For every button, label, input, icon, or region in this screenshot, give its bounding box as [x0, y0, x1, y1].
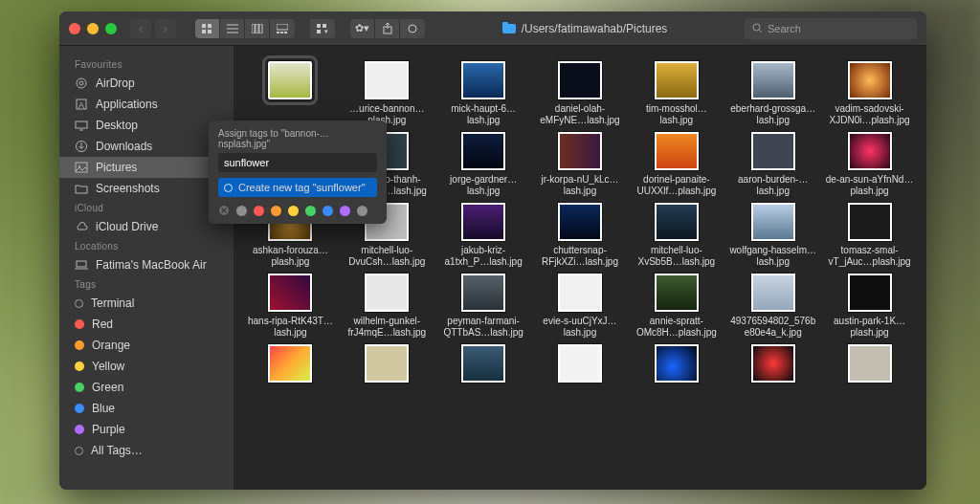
svg-rect-33: [77, 261, 86, 267]
sidebar-item-label: Purple: [92, 423, 125, 436]
tag-color-swatch[interactable]: [254, 206, 264, 216]
search-field[interactable]: Search: [745, 18, 917, 39]
sidebar-item[interactable]: Yellow: [59, 356, 234, 377]
sidebar-item[interactable]: AApplications: [59, 94, 234, 115]
file-item[interactable]: eberhard-grossga…lash.jpg: [725, 61, 820, 126]
tag-color-swatch[interactable]: [288, 206, 299, 216]
file-item[interactable]: mick-haupt-6…lash.jpg: [436, 61, 531, 126]
view-gallery-button[interactable]: [270, 19, 295, 38]
sidebar-item[interactable]: Fatima's MacBook Air: [59, 254, 234, 275]
file-item[interactable]: tim-mosshol…lash.jpg: [629, 61, 724, 126]
file-item[interactable]: tomasz-smal-vT_jAuc…plash.jpg: [822, 203, 917, 268]
file-item[interactable]: daniel-olah-eMFyNE…lash.jpg: [533, 61, 628, 126]
file-item[interactable]: peyman-farmani-QTTbAS…lash.jpg: [436, 274, 531, 339]
maximize-button[interactable]: [105, 23, 117, 34]
view-icons-button[interactable]: [195, 19, 220, 38]
thumbnail: [848, 132, 892, 170]
tag-color-swatch[interactable]: [305, 206, 316, 216]
file-item[interactable]: [629, 344, 724, 386]
tag-input[interactable]: [218, 153, 377, 172]
clear-tag-icon[interactable]: [218, 205, 230, 216]
sidebar-item-label: All Tags…: [91, 444, 143, 457]
file-item[interactable]: vadim-sadovski-XJDN0i…plash.jpg: [822, 61, 917, 126]
thumbnail: [751, 61, 795, 99]
tag-color-row: [218, 205, 377, 216]
file-item[interactable]: annie-spratt-OMc8H…plash.jpg: [629, 274, 724, 339]
tag-color-swatch[interactable]: [271, 206, 281, 216]
action-menu-button[interactable]: ✿▾: [350, 19, 375, 38]
sidebar-item[interactable]: Green: [59, 377, 234, 398]
file-item[interactable]: [533, 344, 628, 386]
file-item[interactable]: dorinel-panaite-UUXXlf…plash.jpg: [629, 132, 724, 197]
minimize-button[interactable]: [87, 23, 99, 34]
svg-rect-10: [277, 24, 288, 30]
file-item[interactable]: [340, 344, 434, 386]
tag-color-swatch[interactable]: [236, 206, 247, 216]
titlebar: ‹ › ▾ ✿▾ /Users/fatimawahab/Pictures Sea…: [59, 11, 926, 46]
file-name: mick-haupt-6…lash.jpg: [439, 103, 527, 126]
svg-rect-16: [317, 30, 321, 33]
view-columns-button[interactable]: [245, 19, 270, 38]
file-item[interactable]: evie-s-uuCjYxJ…lash.jpg: [533, 274, 628, 339]
file-item[interactable]: jakub-kriz-a1txh_P…lash.jpg: [436, 203, 531, 268]
file-name: tim-mosshol…lash.jpg: [633, 103, 721, 126]
file-item[interactable]: wolfgang-hasselm…lash.jpg: [725, 203, 820, 268]
file-name: ashkan-forouza…plash.jpg: [246, 245, 334, 268]
svg-rect-13: [284, 32, 287, 33]
file-item[interactable]: hans-ripa-RtK43T…lash.jpg: [243, 274, 338, 339]
file-grid[interactable]: …urice-bannon…plash.jpgmick-haupt-6…lash…: [234, 46, 926, 490]
view-list-button[interactable]: [220, 19, 245, 38]
nav-forward-button[interactable]: ›: [155, 19, 176, 38]
tag-dot-icon: [75, 319, 84, 329]
svg-rect-3: [208, 30, 212, 33]
share-button[interactable]: [375, 19, 400, 38]
sidebar-item-label: iCloud Drive: [96, 220, 158, 233]
arrange-button[interactable]: ▾: [310, 19, 335, 38]
file-item[interactable]: …urice-bannon…plash.jpg: [340, 61, 434, 126]
sidebar-item[interactable]: Red: [59, 314, 234, 335]
sidebar-item[interactable]: AirDrop: [59, 73, 234, 94]
sidebar-item[interactable]: Terminal: [59, 293, 234, 314]
file-item[interactable]: [436, 344, 531, 386]
file-name: jorge-gardner…lash.jpg: [439, 174, 527, 197]
tags-popover: Assign tags to "bannon-…nsplash.jpg" Cre…: [209, 121, 387, 224]
tag-dot-icon: [75, 447, 83, 455]
file-item[interactable]: jorge-gardner…lash.jpg: [436, 132, 531, 197]
close-button[interactable]: [69, 23, 80, 34]
file-item[interactable]: [725, 344, 820, 386]
sidebar-item[interactable]: Purple: [59, 419, 234, 440]
tag-color-swatch[interactable]: [340, 206, 350, 216]
file-item[interactable]: austin-park-1K…plash.jpg: [822, 274, 917, 339]
sidebar-item[interactable]: iCloud Drive: [59, 216, 234, 237]
tag-color-swatch[interactable]: [323, 206, 333, 216]
create-tag-row[interactable]: Create new tag "sunflower": [218, 178, 377, 197]
sidebar-item-label: Screenshots: [96, 182, 160, 195]
tags-button[interactable]: [400, 19, 425, 38]
file-item[interactable]: [822, 344, 917, 386]
file-item[interactable]: mitchell-luo-XvSb5B…lash.jpg: [629, 203, 724, 268]
tag-color-swatch[interactable]: [357, 206, 368, 216]
sidebar-item[interactable]: Desktop: [59, 115, 234, 136]
nav-back-button[interactable]: ‹: [130, 19, 151, 38]
sidebar-heading: iCloud: [59, 199, 234, 216]
file-item[interactable]: de-an-sun-aYfnNd…plash.jpg: [822, 132, 917, 197]
sidebar-item[interactable]: Pictures: [59, 157, 234, 178]
thumbnail: [655, 132, 699, 170]
file-item[interactable]: [243, 344, 338, 386]
path-bar: /Users/fatimawahab/Pictures: [433, 22, 737, 35]
sidebar-item[interactable]: Orange: [59, 335, 234, 356]
file-item[interactable]: wilhelm-gunkel-frJ4mqE…lash.jpg: [340, 274, 434, 339]
file-item[interactable]: chuttersnap-RFjkXZi…lash.jpg: [533, 203, 628, 268]
sidebar-heading: Locations: [59, 237, 234, 254]
sidebar-item[interactable]: Downloads: [59, 136, 234, 157]
sidebar-item[interactable]: All Tags…: [59, 440, 234, 461]
sidebar-item[interactable]: Blue: [59, 398, 234, 419]
sidebar: FavouritesAirDropAApplicationsDesktopDow…: [59, 46, 234, 490]
file-item[interactable]: 49376594802_576be80e4a_k.jpg: [725, 274, 820, 339]
file-name: aaron-burden-…lash.jpg: [729, 174, 817, 197]
file-item[interactable]: jr-korpa-nU_kLc…lash.jpg: [533, 132, 628, 197]
file-item[interactable]: aaron-burden-…lash.jpg: [725, 132, 820, 197]
file-name: 49376594802_576be80e4a_k.jpg: [729, 316, 817, 339]
sidebar-item[interactable]: Screenshots: [59, 178, 234, 199]
sidebar-item-label: Applications: [96, 98, 158, 111]
